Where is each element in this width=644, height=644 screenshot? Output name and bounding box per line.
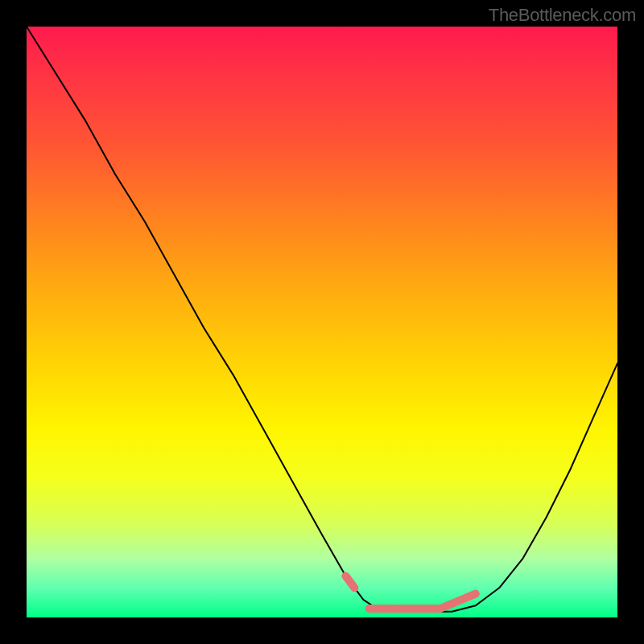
chart-plot-area [27, 27, 617, 617]
watermark-text: TheBottleneck.com [489, 5, 636, 26]
bottleneck-curve [27, 27, 617, 617]
